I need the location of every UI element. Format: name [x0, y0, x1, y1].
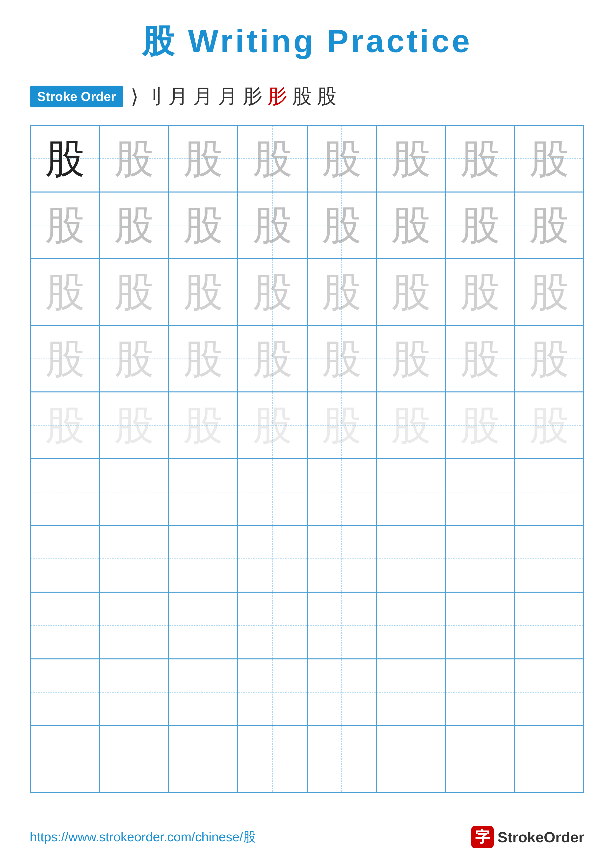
grid-cell[interactable]: [515, 725, 584, 792]
practice-char: 股: [253, 205, 292, 245]
practice-char: 股: [183, 339, 223, 378]
grid-cell[interactable]: 股: [515, 392, 584, 459]
grid-cell[interactable]: [307, 525, 376, 592]
grid-cell[interactable]: 股: [30, 326, 99, 392]
grid-cell[interactable]: 股: [99, 259, 168, 326]
grid-cell[interactable]: [238, 525, 307, 592]
grid-cell[interactable]: 股: [238, 326, 307, 392]
grid-cell[interactable]: 股: [307, 392, 376, 459]
page: 股 Writing Practice Stroke Order ⟩ 刂 月 月 …: [0, 0, 614, 868]
grid-cell[interactable]: 股: [307, 326, 376, 392]
grid-cell[interactable]: [515, 459, 584, 525]
grid-cell[interactable]: [376, 659, 445, 726]
grid-cell[interactable]: 股: [376, 125, 445, 192]
grid-cell[interactable]: 股: [445, 192, 515, 259]
grid-cell[interactable]: [169, 592, 238, 659]
practice-char: 股: [391, 272, 431, 312]
grid-cell[interactable]: [445, 659, 515, 726]
grid-cell[interactable]: [238, 592, 307, 659]
grid-cell[interactable]: 股: [238, 392, 307, 459]
grid-cell[interactable]: 股: [99, 326, 168, 392]
grid-cell[interactable]: 股: [169, 125, 238, 192]
practice-char: 股: [391, 205, 431, 245]
grid-cell[interactable]: [515, 525, 584, 592]
grid-cell[interactable]: 股: [99, 125, 168, 192]
practice-char: 股: [253, 339, 292, 378]
grid-cell[interactable]: [515, 659, 584, 726]
grid-cell[interactable]: [30, 525, 99, 592]
grid-cell[interactable]: 股: [445, 259, 515, 326]
grid-cell[interactable]: 股: [307, 259, 376, 326]
grid-cell[interactable]: 股: [307, 192, 376, 259]
stroke-order-row: Stroke Order ⟩ 刂 月 月 月 肜 肜 股 股: [30, 83, 584, 110]
stroke-order-badge: Stroke Order: [30, 85, 123, 107]
practice-char: 股: [183, 139, 223, 178]
practice-char: 股: [529, 272, 569, 312]
grid-cell[interactable]: 股: [30, 192, 99, 259]
grid-cell[interactable]: [238, 459, 307, 525]
grid-cell[interactable]: 股: [238, 192, 307, 259]
grid-cell[interactable]: 股: [99, 192, 168, 259]
grid-cell[interactable]: [30, 459, 99, 525]
grid-cell[interactable]: 股: [515, 326, 584, 392]
grid-cell[interactable]: [445, 459, 515, 525]
grid-cell[interactable]: 股: [169, 259, 238, 326]
grid-cell[interactable]: [99, 592, 168, 659]
grid-cell[interactable]: [376, 525, 445, 592]
practice-char: 股: [45, 139, 85, 178]
grid-cell[interactable]: [169, 725, 238, 792]
grid-cell[interactable]: 股: [515, 259, 584, 326]
grid-cell[interactable]: 股: [515, 192, 584, 259]
grid-cell[interactable]: [376, 459, 445, 525]
grid-cell[interactable]: [169, 525, 238, 592]
grid-cell[interactable]: [307, 725, 376, 792]
grid-cell[interactable]: 股: [445, 125, 515, 192]
grid-cell[interactable]: 股: [376, 259, 445, 326]
grid-cell[interactable]: [307, 659, 376, 726]
stroke-seq-7: 肜: [267, 83, 287, 110]
grid-cell[interactable]: [30, 725, 99, 792]
footer-logo-char: 字: [475, 827, 490, 847]
stroke-seq-1: ⟩: [131, 85, 138, 108]
grid-cell[interactable]: 股: [30, 125, 99, 192]
practice-char: 股: [460, 272, 500, 312]
grid-cell[interactable]: 股: [169, 192, 238, 259]
grid-cell[interactable]: [99, 459, 168, 525]
grid-cell[interactable]: 股: [238, 259, 307, 326]
grid-cell[interactable]: [445, 592, 515, 659]
grid-cell[interactable]: 股: [376, 192, 445, 259]
grid-cell[interactable]: 股: [169, 326, 238, 392]
grid-cell[interactable]: [30, 592, 99, 659]
practice-char: 股: [529, 139, 569, 178]
grid-cell[interactable]: [445, 725, 515, 792]
grid-cell[interactable]: 股: [376, 326, 445, 392]
grid-cell[interactable]: [169, 459, 238, 525]
grid-cell[interactable]: 股: [445, 326, 515, 392]
grid-cell[interactable]: 股: [169, 392, 238, 459]
grid-cell[interactable]: 股: [99, 392, 168, 459]
grid-cell[interactable]: 股: [30, 259, 99, 326]
grid-cell[interactable]: 股: [445, 392, 515, 459]
practice-char: 股: [45, 406, 85, 445]
grid-cell[interactable]: [515, 592, 584, 659]
grid-cell[interactable]: 股: [238, 125, 307, 192]
practice-char: 股: [460, 205, 500, 245]
grid-cell[interactable]: [99, 525, 168, 592]
grid-cell[interactable]: [307, 459, 376, 525]
grid-cell[interactable]: [445, 525, 515, 592]
grid-cell[interactable]: [307, 592, 376, 659]
grid-cell[interactable]: [169, 659, 238, 726]
practice-char: 股: [460, 139, 500, 178]
grid-cell[interactable]: [238, 659, 307, 726]
grid-cell[interactable]: [238, 725, 307, 792]
practice-grid: 股股股股股股股股股股股股股股股股股股股股股股股股股股股股股股股股股股股股股股股股: [30, 125, 584, 793]
grid-cell[interactable]: [99, 659, 168, 726]
grid-cell[interactable]: [30, 659, 99, 726]
grid-cell[interactable]: [99, 725, 168, 792]
grid-cell[interactable]: 股: [515, 125, 584, 192]
grid-cell[interactable]: 股: [376, 392, 445, 459]
grid-cell[interactable]: 股: [30, 392, 99, 459]
grid-cell[interactable]: [376, 592, 445, 659]
grid-cell[interactable]: [376, 725, 445, 792]
grid-cell[interactable]: 股: [307, 125, 376, 192]
